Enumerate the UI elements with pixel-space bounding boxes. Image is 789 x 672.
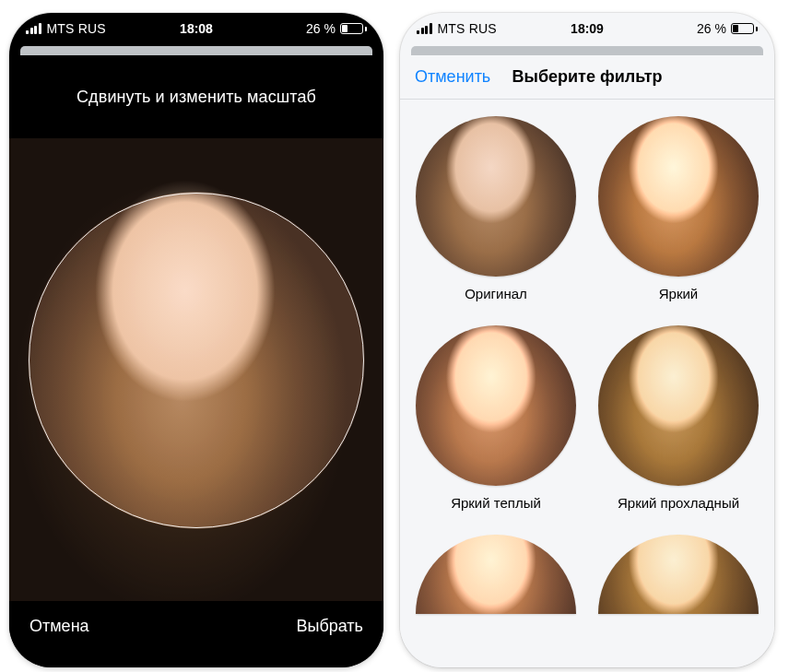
filter-label: Яркий прохладный: [618, 495, 739, 511]
two-device-stage: MTS RUS 18:08 26 % Сдвинуть и изменить м…: [9, 13, 780, 667]
battery-percent: 26 %: [697, 21, 726, 36]
filter-label: Яркий теплый: [451, 495, 541, 511]
status-bar: MTS RUS 18:09 26 %: [400, 13, 774, 44]
filter-grid[interactable]: Оригинал Яркий Яркий теплый Яркий прохла…: [400, 100, 774, 667]
filter-thumb: [416, 325, 576, 486]
filter-thumb: [416, 116, 576, 277]
filter-label: Яркий: [659, 286, 699, 301]
filter-thumb: [598, 116, 759, 277]
device-crop: MTS RUS 18:08 26 % Сдвинуть и изменить м…: [9, 13, 383, 667]
filter-thumb: [598, 535, 759, 614]
device-filters: MTS RUS 18:09 26 % Отменить Выберите фил…: [400, 13, 774, 667]
sheet-grab-bar: [20, 46, 372, 55]
signal-icon: [26, 23, 41, 34]
carrier-label: MTS RUS: [47, 21, 106, 36]
filter-option-peek[interactable]: [595, 535, 761, 614]
filter-option-bright-cool[interactable]: Яркий прохладный: [595, 325, 761, 527]
sheet-grab-bar: [411, 46, 763, 55]
clock-label: 18:08: [180, 21, 213, 36]
crop-screen: Сдвинуть и изменить масштаб Отмена Выбра…: [9, 55, 383, 667]
filter-nav: Отменить Выберите фильтр: [400, 55, 774, 100]
crop-footer: Отмена Выбрать: [9, 601, 383, 667]
filter-label: Оригинал: [465, 286, 527, 301]
signal-icon: [417, 23, 432, 34]
crop-canvas[interactable]: [9, 138, 383, 601]
status-bar: MTS RUS 18:08 26 %: [9, 13, 383, 44]
crop-instruction: Сдвинуть и изменить масштаб: [9, 55, 383, 138]
filter-screen: Отменить Выберите фильтр Оригинал Яркий: [400, 55, 774, 667]
carrier-label: MTS RUS: [438, 21, 497, 36]
filter-option-original[interactable]: Оригинал: [413, 116, 579, 318]
filter-thumb: [598, 325, 759, 486]
clock-label: 18:09: [571, 21, 604, 36]
battery-percent: 26 %: [306, 21, 336, 36]
battery-icon: [340, 23, 367, 34]
filter-thumb: [416, 535, 576, 614]
filter-option-peek[interactable]: [413, 535, 579, 614]
filter-option-bright[interactable]: Яркий: [595, 116, 761, 318]
filter-option-bright-warm[interactable]: Яркий теплый: [413, 325, 579, 527]
crop-mask: [9, 138, 383, 601]
cancel-button[interactable]: Отменить: [400, 67, 490, 87]
battery-icon: [731, 23, 758, 34]
choose-button[interactable]: Выбрать: [296, 617, 363, 636]
cancel-button[interactable]: Отмена: [29, 617, 89, 636]
